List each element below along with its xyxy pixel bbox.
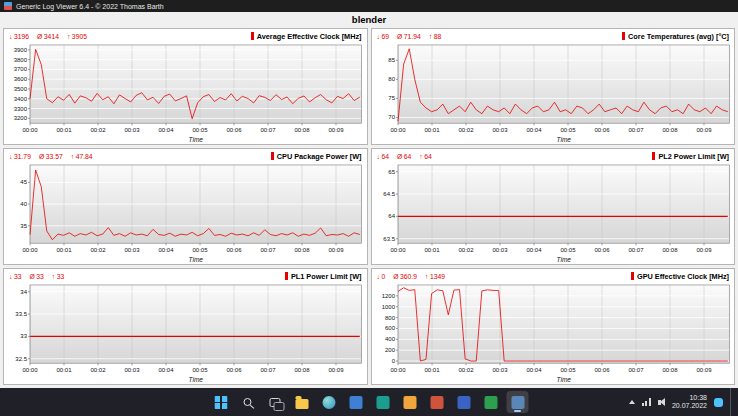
- task-view-icon[interactable]: [264, 391, 286, 413]
- svg-text:00:08: 00:08: [294, 367, 310, 373]
- chart-header: ↓64 Ø64 ↑64 PL2 Power Limit [W]: [372, 149, 735, 162]
- chart-plot-average-effective-clock: 00:0000:0100:0200:0300:0400:0500:0600:07…: [4, 42, 367, 144]
- svg-text:00:00: 00:00: [390, 367, 406, 373]
- svg-text:600: 600: [385, 325, 396, 331]
- stat-max: ↑64: [419, 153, 431, 160]
- network-icon[interactable]: [642, 398, 651, 406]
- log-viewer-icon[interactable]: [507, 391, 529, 413]
- volume-icon[interactable]: [658, 400, 661, 405]
- svg-text:00:01: 00:01: [57, 367, 73, 373]
- stat-avg: Ø71.94: [397, 33, 421, 40]
- chart-stats: ↓0 Ø360.9 ↑1349: [377, 273, 446, 280]
- tray-expand-icon[interactable]: [629, 400, 635, 404]
- chart-header: ↓69 Ø71.94 ↑88 Core Temperatures (avg) […: [372, 29, 735, 42]
- app-red-icon[interactable]: [426, 391, 448, 413]
- svg-text:00:01: 00:01: [424, 127, 440, 133]
- avg-symbol-icon: Ø: [397, 153, 402, 160]
- edge-icon[interactable]: [318, 391, 340, 413]
- file-explorer-icon[interactable]: [291, 391, 313, 413]
- chart-panel-pl2-power-limit: ↓64 Ø64 ↑64 PL2 Power Limit [W] 00:0000:…: [371, 148, 736, 265]
- svg-text:34: 34: [20, 289, 27, 295]
- svg-text:00:09: 00:09: [696, 367, 712, 373]
- search-icon[interactable]: [237, 391, 259, 413]
- svg-text:Time: Time: [556, 376, 571, 383]
- edge-glyph: [322, 396, 335, 409]
- svg-text:00:04: 00:04: [159, 127, 175, 133]
- chart-panel-core-temperatures: ↓69 Ø71.94 ↑88 Core Temperatures (avg) […: [371, 28, 736, 145]
- svg-text:00:07: 00:07: [628, 127, 644, 133]
- app-orange-icon[interactable]: [399, 391, 421, 413]
- svg-text:3400: 3400: [14, 96, 28, 102]
- svg-text:00:02: 00:02: [458, 127, 474, 133]
- svg-text:35: 35: [20, 223, 27, 229]
- min-arrow-icon: ↓: [377, 273, 380, 280]
- min-arrow-icon: ↓: [9, 153, 12, 160]
- svg-text:00:09: 00:09: [328, 247, 344, 253]
- main-content: blender ↓3196 Ø3414 ↑3905 Average Effect…: [0, 12, 738, 388]
- svg-text:00:07: 00:07: [628, 367, 644, 373]
- svg-text:00:01: 00:01: [57, 247, 73, 253]
- min-arrow-icon: ↓: [9, 273, 12, 280]
- svg-text:00:09: 00:09: [696, 247, 712, 253]
- chart-header: ↓31.79 Ø33.57 ↑47.84 CPU Package Power […: [4, 149, 367, 162]
- svg-text:1200: 1200: [381, 293, 395, 299]
- svg-text:75: 75: [388, 95, 395, 101]
- app-orange-glyph: [403, 396, 416, 409]
- stat-min: ↓33: [9, 273, 21, 280]
- svg-text:00:07: 00:07: [260, 127, 276, 133]
- app-red-glyph: [430, 396, 443, 409]
- avg-symbol-icon: Ø: [397, 33, 402, 40]
- app-blue-icon[interactable]: [345, 391, 367, 413]
- stat-avg: Ø360.9: [393, 273, 417, 280]
- start-icon[interactable]: [210, 391, 232, 413]
- chart-header: ↓0 Ø360.9 ↑1349 GPU Effective Clock [MHz…: [372, 269, 735, 282]
- chart-header: ↓33 Ø33 ↑33 PL1 Power Limit [W]: [4, 269, 367, 282]
- app-green-glyph: [484, 396, 497, 409]
- app-teal-icon[interactable]: [372, 391, 394, 413]
- svg-text:40: 40: [20, 201, 27, 207]
- svg-text:800: 800: [385, 315, 396, 321]
- app-green-icon[interactable]: [480, 391, 502, 413]
- svg-text:Time: Time: [189, 376, 204, 383]
- chart-title-text: GPU Effective Clock [MHz]: [637, 272, 729, 281]
- chart-title: Average Effective Clock [MHz]: [251, 32, 362, 41]
- svg-text:3800: 3800: [14, 57, 28, 63]
- max-arrow-icon: ↑: [419, 153, 422, 160]
- stat-max: ↑33: [52, 273, 64, 280]
- app-indigo-icon[interactable]: [453, 391, 475, 413]
- max-arrow-icon: ↑: [52, 273, 55, 280]
- svg-text:00:05: 00:05: [560, 127, 576, 133]
- svg-text:00:08: 00:08: [294, 247, 310, 253]
- svg-text:64.5: 64.5: [383, 191, 395, 197]
- chart-plot-pl2-power-limit: 00:0000:0100:0200:0300:0400:0500:0600:07…: [372, 162, 735, 264]
- svg-text:Time: Time: [556, 256, 571, 263]
- chart-title: GPU Effective Clock [MHz]: [631, 272, 729, 281]
- notification-badge[interactable]: [714, 398, 723, 407]
- max-arrow-icon: ↑: [425, 273, 428, 280]
- chart-plot-gpu-effective-clock: 00:0000:0100:0200:0300:0400:0500:0600:07…: [372, 282, 735, 384]
- chart-title: PL1 Power Limit [W]: [285, 272, 362, 281]
- svg-text:00:08: 00:08: [662, 367, 678, 373]
- app-logo-icon: [4, 2, 12, 10]
- svg-text:00:03: 00:03: [492, 247, 508, 253]
- taskbar-clock[interactable]: 10:38 20.07.2022: [672, 394, 707, 411]
- max-arrow-icon: ↑: [67, 33, 70, 40]
- stat-min: ↓31.79: [9, 153, 31, 160]
- min-arrow-icon: ↓: [377, 153, 380, 160]
- legend-marker-icon: [285, 272, 288, 280]
- tray-time: 10:38: [672, 394, 707, 403]
- chart-stats: ↓64 Ø64 ↑64: [377, 153, 432, 160]
- svg-text:32.5: 32.5: [15, 356, 27, 362]
- taskbar: 10:38 20.07.2022: [0, 388, 738, 416]
- show-desktop-button[interactable]: [730, 388, 733, 416]
- svg-text:00:02: 00:02: [91, 367, 107, 373]
- svg-text:85: 85: [388, 57, 395, 63]
- stat-max: ↑3905: [67, 33, 87, 40]
- chart-title-text: CPU Package Power [W]: [277, 152, 362, 161]
- svg-text:00:01: 00:01: [424, 247, 440, 253]
- chart-stats: ↓69 Ø71.94 ↑88: [377, 33, 442, 40]
- file-explorer-glyph: [295, 399, 308, 409]
- min-arrow-icon: ↓: [9, 33, 12, 40]
- window-titlebar: Generic Log Viewer 6.4 - © 2022 Thomas B…: [0, 0, 738, 12]
- svg-text:00:07: 00:07: [628, 247, 644, 253]
